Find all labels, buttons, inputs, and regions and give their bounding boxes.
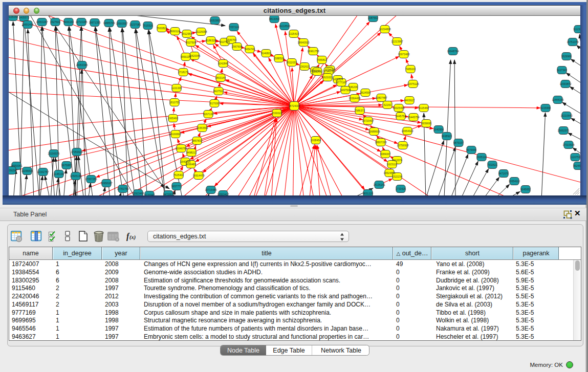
svg-text:9674444: 9674444 <box>466 148 476 151</box>
svg-text:2718179: 2718179 <box>178 71 188 74</box>
svg-text:9975887: 9975887 <box>61 164 72 167</box>
svg-text:7612074: 7612074 <box>392 159 402 162</box>
svg-text:17359924: 17359924 <box>71 150 82 154</box>
svg-text:9242845: 9242845 <box>218 62 228 65</box>
svg-text:1530022: 1530022 <box>272 112 282 115</box>
svg-text:2967608: 2967608 <box>232 45 242 48</box>
svg-text:15445754: 15445754 <box>407 116 419 119</box>
svg-text:1116753: 1116753 <box>570 156 580 159</box>
svg-text:4099483: 4099483 <box>186 163 196 166</box>
svg-text:9831228: 9831228 <box>363 192 373 195</box>
svg-text:2803144: 2803144 <box>215 76 226 79</box>
svg-text:8472951: 8472951 <box>163 193 173 195</box>
svg-text:16210643: 16210643 <box>560 114 572 117</box>
svg-text:14136141: 14136141 <box>373 183 385 186</box>
svg-text:10046786: 10046786 <box>175 147 187 150</box>
svg-text:12444155: 12444155 <box>552 98 563 101</box>
svg-text:1938454: 1938454 <box>311 139 321 142</box>
svg-text:1640954: 1640954 <box>433 128 444 131</box>
svg-text:16553267: 16553267 <box>36 20 48 24</box>
svg-text:1733426: 1733426 <box>396 187 406 190</box>
svg-text:8322037: 8322037 <box>287 61 297 64</box>
svg-text:19524851: 19524851 <box>383 171 395 174</box>
svg-text:1810755: 1810755 <box>169 101 180 104</box>
svg-text:8471676: 8471676 <box>498 172 509 175</box>
svg-text:(x): (x) <box>129 234 136 240</box>
svg-text:9115460: 9115460 <box>419 106 429 110</box>
svg-text:1965493: 1965493 <box>168 117 178 120</box>
svg-text:7357224: 7357224 <box>229 26 239 29</box>
svg-text:10025433: 10025433 <box>393 106 404 110</box>
svg-text:10807487: 10807487 <box>375 96 387 99</box>
svg-text:8427512: 8427512 <box>213 90 224 93</box>
svg-text:20206576: 20206576 <box>48 152 59 155</box>
svg-text:9794078: 9794078 <box>323 70 334 73</box>
svg-text:10154808: 10154808 <box>379 28 390 31</box>
svg-text:9227343: 9227343 <box>557 69 567 72</box>
svg-text:1405572: 1405572 <box>19 16 29 19</box>
svg-text:13654923: 13654923 <box>401 129 413 133</box>
svg-text:7986372: 7986372 <box>355 109 365 112</box>
svg-text:7932621: 7932621 <box>487 163 497 166</box>
svg-text:3912954: 3912954 <box>182 32 192 35</box>
svg-text:19218506: 19218506 <box>278 25 290 28</box>
svg-text:6879197: 6879197 <box>453 141 464 144</box>
svg-text:8454749: 8454749 <box>245 48 255 51</box>
svg-text:10654112: 10654112 <box>509 180 520 183</box>
svg-text:1325419: 1325419 <box>289 32 299 35</box>
svg-text:12923468: 12923468 <box>132 192 144 195</box>
svg-text:9105058: 9105058 <box>9 16 18 18</box>
svg-text:15751074: 15751074 <box>567 40 578 43</box>
svg-text:15237081: 15237081 <box>129 23 141 26</box>
svg-text:1362615: 1362615 <box>299 65 310 68</box>
svg-text:12093872: 12093872 <box>559 82 571 85</box>
svg-text:18807293: 18807293 <box>375 141 386 144</box>
svg-text:9384067: 9384067 <box>380 152 390 156</box>
svg-text:9329966: 9329966 <box>561 55 572 58</box>
svg-text:8267130: 8267130 <box>203 113 213 116</box>
svg-text:8186328: 8186328 <box>206 39 216 42</box>
svg-text:7515526: 7515526 <box>143 24 153 27</box>
svg-text:12342757: 12342757 <box>37 170 49 173</box>
svg-text:2935114: 2935114 <box>476 156 487 159</box>
svg-text:10973493: 10973493 <box>398 53 409 56</box>
svg-text:20364436: 20364436 <box>349 97 360 100</box>
svg-text:7485003: 7485003 <box>405 68 416 71</box>
svg-text:12213967: 12213967 <box>391 40 403 43</box>
svg-text:817006: 817006 <box>210 102 219 105</box>
svg-text:1527602: 1527602 <box>50 20 60 24</box>
svg-text:1990443: 1990443 <box>312 70 322 73</box>
svg-text:18640910: 18640910 <box>297 41 309 44</box>
svg-text:10719185: 10719185 <box>75 20 87 24</box>
svg-text:18724007: 18724007 <box>288 104 300 107</box>
svg-text:11123872: 11123872 <box>573 28 580 31</box>
svg-text:3215958: 3215958 <box>540 106 551 110</box>
svg-text:12505135: 12505135 <box>70 174 81 178</box>
svg-text:1615112: 1615112 <box>387 163 397 166</box>
svg-text:8660124: 8660124 <box>170 30 180 33</box>
svg-text:18550061: 18550061 <box>10 164 22 167</box>
svg-text:9327509: 9327509 <box>186 41 196 44</box>
svg-text:17010504: 17010504 <box>562 143 574 146</box>
svg-text:2087662: 2087662 <box>368 16 378 19</box>
svg-text:13226058: 13226058 <box>195 30 207 33</box>
svg-text:9120047: 9120047 <box>144 193 155 195</box>
svg-text:13756928: 13756928 <box>397 144 408 147</box>
svg-text:9990210: 9990210 <box>181 55 191 58</box>
svg-text:8813054: 8813054 <box>269 17 279 20</box>
svg-text:9777169: 9777169 <box>336 81 346 84</box>
svg-text:9498212: 9498212 <box>186 151 197 154</box>
svg-text:9439154: 9439154 <box>9 169 16 172</box>
svg-text:1546754: 1546754 <box>226 38 236 41</box>
svg-text:1588520: 1588520 <box>274 57 284 60</box>
svg-text:3857832: 3857832 <box>192 139 202 142</box>
svg-text:1145194: 1145194 <box>54 172 64 176</box>
svg-text:15692971: 15692971 <box>557 129 569 132</box>
svg-text:9146821: 9146821 <box>261 52 271 55</box>
svg-text:9657771: 9657771 <box>171 185 182 188</box>
svg-text:16671355: 16671355 <box>89 21 100 24</box>
svg-text:9245652: 9245652 <box>520 188 531 191</box>
svg-text:1522234: 1522234 <box>392 175 402 178</box>
svg-text:15716485: 15716485 <box>205 188 216 191</box>
svg-text:13353594: 13353594 <box>196 126 208 129</box>
